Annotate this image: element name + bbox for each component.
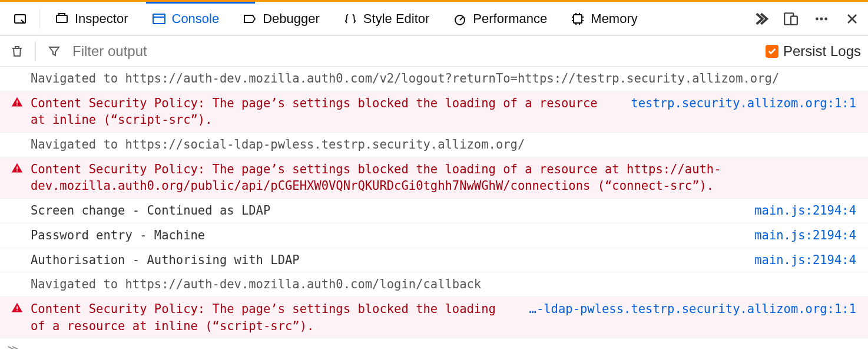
filter-input[interactable]	[69, 41, 761, 62]
tab-performance[interactable]: Performance	[441, 2, 559, 35]
log-message[interactable]: Authorisation - Authorising with LDAP	[31, 252, 751, 269]
log-gutter	[7, 276, 27, 293]
tab-label: Style Editor	[363, 11, 430, 27]
persist-logs-toggle[interactable]: Persist Logs	[766, 43, 861, 60]
tab-style-editor[interactable]: Style Editor	[332, 2, 442, 35]
log-row: Navigated to https://social-ldap-pwless.…	[0, 133, 868, 157]
responsive-mode-button[interactable]	[780, 8, 802, 30]
error-icon	[7, 161, 27, 195]
log-message[interactable]: Navigated to https://social-ldap-pwless.…	[31, 136, 860, 153]
error-icon	[7, 301, 27, 334]
log-message[interactable]: Navigated to https://auth-dev.mozilla.au…	[31, 276, 860, 293]
log-message[interactable]: Navigated to https://auth-dev.mozilla.au…	[31, 70, 860, 87]
console-input-row[interactable]: ≫	[0, 338, 868, 349]
memory-icon	[571, 12, 585, 26]
log-message[interactable]: Content Security Policy: The page’s sett…	[31, 161, 860, 195]
log-source-link[interactable]: …-ldap-pwless.testrp.security.allizom.or…	[529, 301, 860, 334]
log-message[interactable]: Screen change - Continued as LDAP	[31, 202, 751, 219]
tab-memory[interactable]: Memory	[559, 2, 649, 35]
svg-rect-3	[153, 14, 165, 24]
clear-button[interactable]	[7, 41, 27, 61]
svg-rect-24	[16, 166, 18, 169]
log-gutter	[7, 70, 27, 87]
log-source-link[interactable]: main.js:2194:4	[754, 252, 860, 269]
tab-label: Inspector	[75, 11, 128, 27]
svg-rect-6	[574, 15, 582, 23]
log-source-link[interactable]: main.js:2194:4	[754, 202, 860, 219]
devtools-tabs: Inspector Console Debugger Style Editor …	[0, 2, 868, 36]
svg-rect-1	[57, 15, 67, 22]
svg-point-17	[816, 17, 819, 20]
persist-logs-label: Persist Logs	[783, 43, 861, 60]
log-message[interactable]: Content Security Policy: The page’s sett…	[31, 301, 526, 334]
log-row: Screen change - Continued as LDAPmain.js…	[0, 199, 868, 223]
tab-console[interactable]: Console	[140, 2, 231, 35]
frame-select-button[interactable]	[5, 2, 35, 35]
svg-rect-25	[16, 170, 18, 172]
prompt-icon: ≫	[7, 342, 19, 349]
log-row: Authorisation - Authorising with LDAPmai…	[0, 248, 868, 273]
log-row: Content Security Policy: The page’s sett…	[0, 91, 868, 133]
tab-label: Performance	[473, 11, 547, 27]
log-gutter	[7, 136, 27, 153]
style-editor-icon	[343, 12, 357, 26]
log-gutter	[7, 202, 27, 219]
log-source-link[interactable]: main.js:2194:4	[754, 227, 860, 244]
tab-debugger[interactable]: Debugger	[231, 2, 332, 35]
log-message[interactable]: Password entry - Machine	[31, 227, 751, 244]
divider	[39, 9, 39, 29]
filter-toggle-button[interactable]	[44, 41, 64, 61]
svg-point-18	[820, 17, 823, 20]
svg-rect-27	[16, 310, 18, 311]
log-row: Navigated to https://auth-dev.mozilla.au…	[0, 272, 868, 297]
console-toolbar: Persist Logs	[0, 36, 868, 67]
log-row: Content Security Policy: The page’s sett…	[0, 297, 868, 338]
tab-label: Debugger	[263, 11, 320, 27]
svg-point-19	[824, 17, 827, 20]
log-message[interactable]: Content Security Policy: The page’s sett…	[31, 95, 627, 129]
console-output: Navigated to https://auth-dev.mozilla.au…	[0, 67, 868, 338]
divider	[35, 41, 36, 61]
tab-label: Console	[172, 11, 220, 27]
more-tabs-button[interactable]	[749, 8, 771, 30]
tab-inspector[interactable]: Inspector	[43, 2, 140, 35]
error-icon	[7, 95, 27, 129]
tab-label: Memory	[591, 11, 637, 27]
log-gutter	[7, 252, 27, 269]
debugger-icon	[243, 12, 257, 26]
close-button[interactable]	[841, 8, 863, 30]
performance-icon	[453, 12, 467, 26]
log-row: Password entry - Machinemain.js:2194:4	[0, 223, 868, 248]
menu-button[interactable]	[810, 8, 833, 30]
log-row: Navigated to https://auth-dev.mozilla.au…	[0, 67, 868, 91]
svg-rect-23	[16, 104, 18, 106]
inspector-icon	[55, 12, 69, 26]
active-tab-indicator	[146, 2, 255, 4]
console-icon	[152, 12, 166, 26]
log-source-link[interactable]: testrp.security.allizom.org:1:1	[631, 95, 860, 129]
svg-rect-16	[791, 16, 797, 24]
svg-rect-26	[16, 306, 18, 309]
persist-logs-checkbox[interactable]	[766, 45, 778, 58]
log-gutter	[7, 227, 27, 244]
svg-rect-22	[16, 100, 18, 103]
frame-select-icon	[13, 12, 27, 26]
log-row: Content Security Policy: The page’s sett…	[0, 157, 868, 199]
